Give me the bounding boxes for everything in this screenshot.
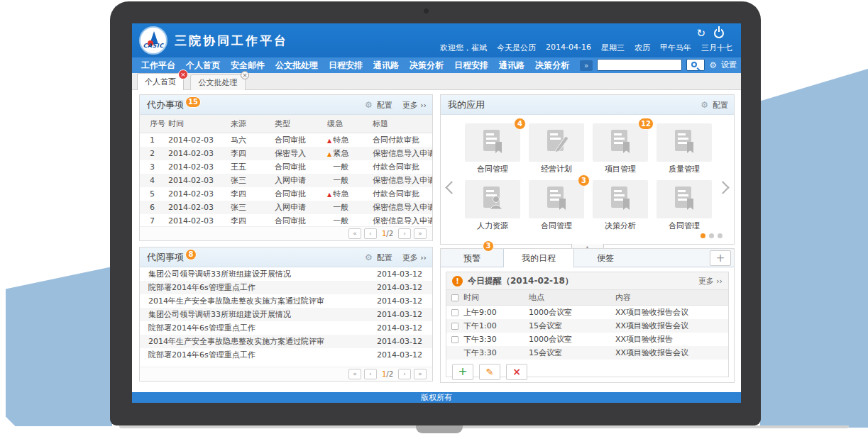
search-area: ⚙ 设置 <box>597 59 737 71</box>
nav-item[interactable]: 公文批处理 <box>275 60 318 72</box>
column-header: 标题 <box>373 118 432 129</box>
tab-alerts[interactable]: 预警 3 <box>441 249 503 267</box>
webcam-dot <box>424 9 429 13</box>
app-tile[interactable]: 质量管理 <box>657 123 712 174</box>
nav-more-button[interactable]: » <box>580 60 593 71</box>
nav-item[interactable]: 决策分析 <box>535 60 569 72</box>
first-page-button[interactable]: « <box>348 369 361 379</box>
gear-icon[interactable]: ⚙ <box>701 100 708 110</box>
row-checkbox[interactable] <box>451 323 458 330</box>
todo-row[interactable]: 6 2014-02-03 张三 入网申请 ▲一般 保密信息导入申请审批 <box>140 201 432 214</box>
last-page-button[interactable]: » <box>414 228 427 239</box>
schedule-row[interactable]: 下午3:30 1000会议室 XX项目验收报告 <box>446 333 728 346</box>
configure-button[interactable]: 配置 <box>377 252 392 263</box>
next-page-button[interactable]: › <box>398 369 411 379</box>
app-tile[interactable]: 合同管理 <box>657 180 712 231</box>
more-link[interactable]: 更多 ›› <box>698 276 723 286</box>
carousel-dot[interactable] <box>709 233 714 238</box>
carousel-left-arrow-icon[interactable] <box>445 181 458 194</box>
tab-personal-home[interactable]: 个人首页 × <box>137 73 184 90</box>
next-page-button[interactable]: › <box>398 228 411 239</box>
app-tile[interactable]: 3 合同管理 <box>529 180 584 231</box>
more-link[interactable]: 更多 ›› <box>402 252 427 263</box>
app-tile[interactable]: 决策分析 <box>593 180 648 231</box>
carousel-right-arrow-icon[interactable] <box>716 181 729 194</box>
gear-icon[interactable]: ⚙ <box>365 252 373 262</box>
schedule-row[interactable]: 下午3:30 15会议室 XX项目验收报告会议 <box>446 346 728 360</box>
todo-row[interactable]: 4 2014-02-03 张三 入网申请 ▲一般 保密信息导入申请审批 <box>140 174 432 187</box>
carousel-dot[interactable] <box>718 233 723 238</box>
todo-row[interactable]: 3 2014-02-03 王五 合同审批 ▲一般 付款合同审批 <box>140 160 432 174</box>
app-tile[interactable]: 12 项目管理 <box>593 123 648 174</box>
add-event-button[interactable]: + <box>452 364 473 380</box>
power-icon[interactable] <box>714 28 724 38</box>
read-list-item[interactable]: 院部署2014年6s管理重点工作 2014-03-12 <box>140 348 432 362</box>
gear-icon[interactable]: ⚙ <box>365 100 373 110</box>
select-all-checkbox[interactable] <box>451 294 458 301</box>
todo-row[interactable]: 5 2014-02-03 李四 合同审批 ▲特急 付款合同审批 <box>140 187 432 201</box>
settings-gear-icon[interactable]: ⚙ <box>709 61 717 69</box>
app-tile[interactable]: 经营计划 <box>529 123 584 174</box>
welcome-segment: 2014-04-16 <box>546 43 591 53</box>
tab-document-batch[interactable]: 公文批处理 × <box>190 74 246 90</box>
prev-page-button[interactable]: ‹ <box>364 228 377 239</box>
search-button[interactable] <box>686 59 705 71</box>
app-header: CASIC 三院协同工作平台 ↻ 欢迎您，崔斌今天是公历2014-04-16星期… <box>132 23 741 57</box>
more-link[interactable]: 更多 ›› <box>402 100 427 111</box>
last-page-button[interactable]: » <box>414 369 427 379</box>
apps-panel-header: 我的应用 ⚙ 配置 <box>441 95 734 115</box>
app-tile[interactable]: 人力资源 <box>465 180 520 231</box>
column-header: 时间 <box>168 118 231 129</box>
header-checkbox-cell <box>446 294 463 301</box>
read-list-item[interactable]: 2014年生产安全事故隐患整改实施方案通过院评审 2014-03-12 <box>140 294 432 308</box>
cell-type: 合同审批 <box>275 216 327 226</box>
todo-row[interactable]: 2 2014-02-03 李四 保密导入 ▲紧急 保密信息导入申请审批 <box>140 147 432 160</box>
app-count-badge: 3 <box>578 174 590 187</box>
cell-place: 1000会议室 <box>529 307 615 318</box>
tab-close-badge-icon[interactable]: × <box>178 69 188 79</box>
nav-item[interactable]: 日程安排 <box>329 60 363 72</box>
todo-row[interactable]: 1 2014-02-03 马六 合同审批 ▲特急 合同付款审批 <box>140 133 432 147</box>
cell-title: 保密信息导入申请审批 <box>373 202 432 213</box>
nav-item[interactable]: 工作平台 <box>141 60 175 72</box>
schedule-row[interactable]: 上午9:00 1000会议室 XX项目验收报告会议 <box>446 306 728 319</box>
read-list-item[interactable]: 集团公司领导调研33所班组建设开展情况 2014-03-12 <box>140 308 432 321</box>
item-date: 2014-03-12 <box>375 337 432 346</box>
my-apps-panel: 我的应用 ⚙ 配置 <box>440 94 735 245</box>
nav-item[interactable]: 日程安排 <box>454 60 488 72</box>
add-widget-button[interactable]: + <box>710 250 731 266</box>
tab-notes[interactable]: 便签 <box>574 249 637 267</box>
configure-button[interactable]: 配置 <box>713 100 728 111</box>
refresh-icon[interactable]: ↻ <box>696 28 705 39</box>
app-tile[interactable]: 4 合同管理 <box>465 123 520 174</box>
todo-table-header: 序号 时间 来源 类型 缓急 标题 <box>140 115 432 133</box>
read-list-item[interactable]: 院部署2014年6s管理重点工作 2014-03-12 <box>140 281 432 294</box>
tab-my-schedule[interactable]: 我的日程 <box>503 249 574 268</box>
cell-urgency: ▲特急 <box>327 135 373 145</box>
read-list-item[interactable]: 院部署2014年6s管理重点工作 2014-03-12 <box>140 321 432 335</box>
read-list-item[interactable]: 2014年生产安全事故隐患整改实施方案通过院评审 2014-03-12 <box>140 335 432 348</box>
row-checkbox[interactable] <box>451 336 458 343</box>
column-header: 来源 <box>231 118 275 129</box>
nav-item[interactable]: 个人首页 <box>186 60 220 72</box>
tab-close-icon[interactable]: × <box>241 71 249 79</box>
column-header: 内容 <box>615 292 728 303</box>
first-page-button[interactable]: « <box>348 228 361 239</box>
prev-page-button[interactable]: ‹ <box>364 369 377 379</box>
cell-time: 2014-02-03 <box>168 135 231 145</box>
configure-button[interactable]: 配置 <box>377 100 392 111</box>
nav-item[interactable]: 通讯路 <box>499 60 524 72</box>
reminder-title: 今日提醒（2014-02-18） <box>468 275 573 287</box>
schedule-row[interactable]: 下午1:00 15会议室 XX项目验收报告会议 <box>446 319 728 333</box>
delete-event-button[interactable]: × <box>506 364 527 380</box>
carousel-dot-active[interactable] <box>701 233 705 238</box>
settings-label[interactable]: 设置 <box>721 60 737 70</box>
row-checkbox[interactable] <box>451 309 458 316</box>
search-input[interactable] <box>597 59 682 71</box>
nav-item[interactable]: 安全邮件 <box>231 60 265 72</box>
read-list-item[interactable]: 集团公司领导调研33所班组建设开展情况 2014-03-12 <box>140 267 432 281</box>
nav-item[interactable]: 通讯路 <box>373 60 399 72</box>
tab-label: 我的日程 <box>522 253 556 263</box>
edit-event-button[interactable]: ✎ <box>479 364 500 380</box>
nav-item[interactable]: 决策分析 <box>410 60 444 72</box>
